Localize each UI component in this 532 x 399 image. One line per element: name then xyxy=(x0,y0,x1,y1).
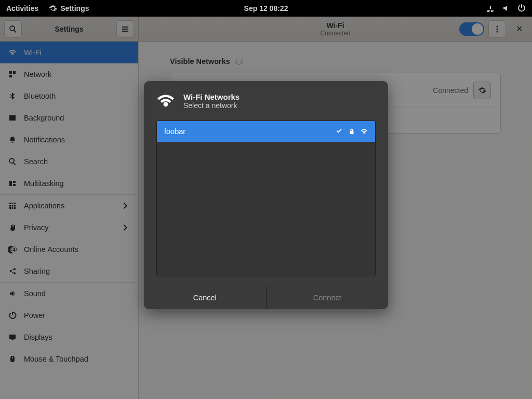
power-status-icon[interactable] xyxy=(517,4,526,12)
dialog-network-ssid: foobar xyxy=(164,127,185,136)
wifi-icon xyxy=(156,91,175,110)
dialog-network-list: foobar xyxy=(156,121,376,276)
check-icon xyxy=(336,128,343,135)
app-menu[interactable]: Settings xyxy=(49,4,89,12)
clock[interactable]: Sep 12 08:22 xyxy=(244,4,288,12)
wifi-networks-dialog: Wi-Fi Networks Select a network foobar C… xyxy=(144,81,388,309)
lock-icon xyxy=(348,128,355,135)
network-status-icon[interactable] xyxy=(486,4,495,12)
dialog-subtitle: Select a network xyxy=(183,101,240,110)
gear-icon xyxy=(49,4,57,12)
activities-button[interactable]: Activities xyxy=(6,4,38,12)
connect-button[interactable]: Connect xyxy=(266,286,389,309)
volume-status-icon[interactable] xyxy=(502,4,510,12)
gnome-top-panel: Activities Settings Sep 12 08:22 xyxy=(0,0,532,17)
cancel-button[interactable]: Cancel xyxy=(144,286,266,309)
dialog-network-row[interactable]: foobar xyxy=(157,121,375,142)
wifi-signal-icon xyxy=(361,128,368,135)
dialog-title: Wi-Fi Networks xyxy=(183,92,240,101)
